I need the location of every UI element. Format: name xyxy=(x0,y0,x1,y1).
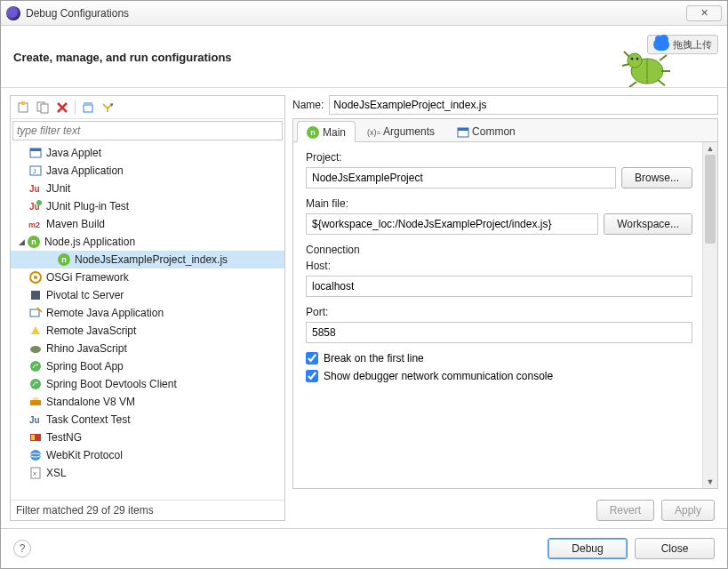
apply-button[interactable]: Apply xyxy=(661,500,715,521)
tab-label: Common xyxy=(472,125,516,138)
svg-text:J: J xyxy=(33,168,36,174)
workspace-button[interactable]: Workspace... xyxy=(604,213,692,235)
tree-item-label: Pivotal tc Server xyxy=(46,289,124,301)
maven-icon: m2 xyxy=(28,217,43,231)
mainfile-label: Main file: xyxy=(306,197,692,210)
svg-text:m2: m2 xyxy=(28,220,40,229)
debug-button[interactable]: Debug xyxy=(548,538,628,559)
left-panel: ▾ Java AppletJJava ApplicationJuJUnitJuJ… xyxy=(10,95,285,521)
nodejs-icon: n xyxy=(57,252,71,267)
name-input[interactable] xyxy=(329,95,718,115)
close-button[interactable]: Close xyxy=(635,538,715,559)
browse-button[interactable]: Browse... xyxy=(621,167,692,188)
show-debugger-console-checkbox[interactable] xyxy=(306,370,318,382)
tree-item-label: WebKit Protocol xyxy=(46,449,123,461)
svg-rect-32 xyxy=(31,435,35,440)
project-input[interactable] xyxy=(306,167,616,188)
tab-common[interactable]: Common xyxy=(446,120,525,141)
connection-title: Connection xyxy=(306,244,692,256)
tab-label: Main xyxy=(323,126,346,139)
tree-item[interactable]: JuJUnit xyxy=(11,180,284,197)
java-app-icon: J xyxy=(28,164,43,178)
tree-item[interactable]: JJava Application xyxy=(11,162,284,180)
tree-item-label: Node.js Application xyxy=(44,236,135,248)
port-input[interactable] xyxy=(306,322,692,343)
toolbar-separator xyxy=(75,100,76,115)
tree-item[interactable]: JuJUnit Plug-in Test xyxy=(11,197,284,215)
svg-point-25 xyxy=(30,346,41,353)
svg-point-4 xyxy=(631,58,634,60)
svg-point-19 xyxy=(36,200,42,205)
tree-item[interactable]: Rhino JavaScript xyxy=(11,340,284,357)
tab-arguments[interactable]: (x)=Arguments xyxy=(357,120,444,141)
host-input[interactable] xyxy=(306,276,692,297)
tree-toolbar: ▾ xyxy=(11,96,284,119)
osgi-icon xyxy=(28,270,43,284)
tree-item-label: NodeJsExampleProject_index.js xyxy=(75,253,228,266)
host-label: Host: xyxy=(306,260,692,272)
tree-item[interactable]: Remote Java Application xyxy=(11,304,284,322)
junit-plugin-icon: Ju xyxy=(28,199,43,213)
tree-item[interactable]: Standalone V8 VM xyxy=(11,393,284,411)
junit-icon: Ju xyxy=(28,181,43,196)
revert-apply-row: Revert Apply xyxy=(292,493,718,521)
filter-input[interactable] xyxy=(12,121,283,140)
new-config-button[interactable] xyxy=(14,99,32,116)
tree-item[interactable]: WebKit Protocol xyxy=(11,446,284,464)
delete-config-button[interactable] xyxy=(53,99,71,116)
filter-status: Filter matched 29 of 29 items xyxy=(11,500,284,520)
header-title: Create, manage, and run configurations xyxy=(13,51,232,64)
tree-item[interactable]: nNodeJsExampleProject_index.js xyxy=(11,251,284,268)
tab-bar: nMain(x)=ArgumentsCommon xyxy=(293,119,717,142)
svg-text:X: X xyxy=(33,471,36,477)
footer: ? Debug Close xyxy=(1,528,727,568)
window-close-button[interactable]: ✕ xyxy=(686,5,722,21)
filter-button[interactable]: ▾ xyxy=(99,99,116,116)
help-button[interactable]: ? xyxy=(13,540,31,557)
project-label: Project: xyxy=(306,151,692,164)
tabs-container: nMain(x)=ArgumentsCommon ▲ ▼ Project: Br… xyxy=(292,118,718,489)
tree-item-label: Task Context Test xyxy=(46,413,131,426)
tab-main[interactable]: nMain xyxy=(297,121,356,142)
nodejs-icon: n xyxy=(307,126,319,139)
tree-item-label: Spring Boot Devtools Client xyxy=(46,378,177,390)
tree-item[interactable]: Java Applet xyxy=(11,144,284,162)
config-tree[interactable]: Java AppletJJava ApplicationJuJUnitJuJUn… xyxy=(11,142,284,500)
tree-item[interactable]: ◢nNode.js Application xyxy=(11,233,284,251)
revert-button[interactable]: Revert xyxy=(596,500,654,521)
tree-item[interactable]: m2Maven Build xyxy=(11,215,284,233)
break-first-line-checkbox[interactable] xyxy=(306,352,318,365)
bug-icon xyxy=(617,44,674,87)
dialog-window: Debug Configurations ✕ Create, manage, a… xyxy=(0,0,728,569)
tree-item[interactable]: XXSL xyxy=(11,464,284,482)
tree-item[interactable]: JuTask Context Test xyxy=(11,411,284,429)
tree-item[interactable]: OSGi Framework xyxy=(11,268,284,286)
tree-item[interactable]: Remote JavaScript xyxy=(11,322,284,340)
tree-item-label: JUnit Plug-in Test xyxy=(46,200,129,212)
svg-point-22 xyxy=(34,276,37,279)
svg-point-33 xyxy=(30,450,41,461)
svg-rect-28 xyxy=(30,400,41,405)
tree-item-label: Maven Build xyxy=(46,218,105,230)
window-title: Debug Configurations xyxy=(26,7,129,20)
mainfile-input[interactable] xyxy=(306,213,598,235)
tree-item[interactable]: Spring Boot Devtools Client xyxy=(11,375,284,393)
eclipse-icon xyxy=(6,6,20,20)
svg-rect-23 xyxy=(31,291,40,300)
xsl-icon: X xyxy=(28,466,43,480)
applet-icon xyxy=(28,146,43,160)
svg-text:(x)=: (x)= xyxy=(367,128,381,137)
task-icon: Ju xyxy=(28,413,43,427)
testng-icon xyxy=(28,430,43,445)
duplicate-config-button[interactable] xyxy=(34,99,52,116)
tree-item-label: Remote JavaScript xyxy=(46,325,136,337)
titlebar[interactable]: Debug Configurations ✕ xyxy=(1,1,727,26)
tree-item-label: Java Applet xyxy=(46,147,101,159)
port-label: Port: xyxy=(306,306,692,318)
svg-rect-29 xyxy=(33,397,38,400)
collapse-all-button[interactable] xyxy=(79,99,97,116)
tree-item[interactable]: Spring Boot App xyxy=(11,357,284,375)
tree-item[interactable]: Pivotal tc Server xyxy=(11,286,284,304)
tree-item[interactable]: TestNG xyxy=(11,429,284,446)
expand-icon[interactable]: ◢ xyxy=(16,237,27,246)
